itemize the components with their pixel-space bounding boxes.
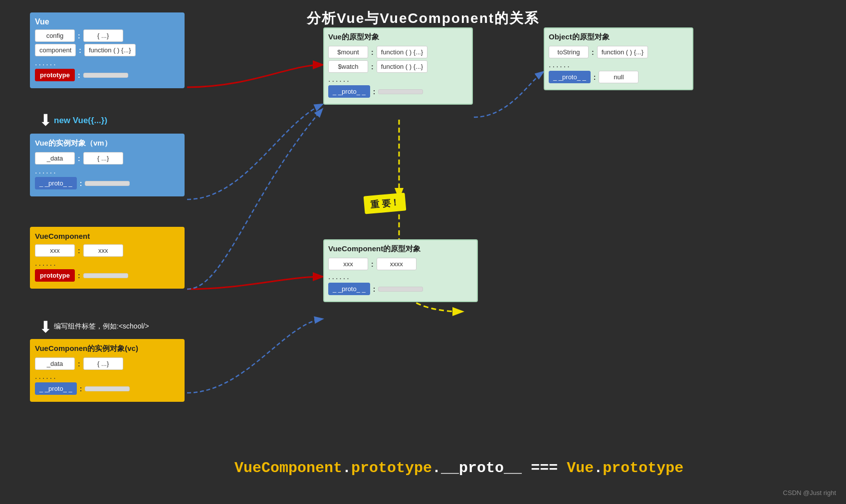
- mount-value: function ( ) {...}: [377, 46, 428, 58]
- vue-instance-box: Vue的实例对象（vm） _data : { ...} ...... _ _pr…: [30, 134, 185, 196]
- vue-config-value: { ...}: [83, 29, 123, 42]
- formula-vue: Vue: [567, 460, 594, 477]
- vc-instance-data-value: { ...}: [83, 357, 123, 370]
- new-vue-text: new Vue({...}): [54, 116, 107, 126]
- vcproto-xxx-key: xxx: [328, 258, 368, 270]
- important-label: 重 要！: [364, 192, 407, 214]
- vm-proto-value: [85, 181, 130, 186]
- component-write-text: 编写组件标签，例如:<school/>: [54, 322, 149, 331]
- vue-dots: ......: [35, 58, 180, 67]
- vuecomponent-title: VueComponent: [35, 232, 180, 240]
- object-proto-proto-value: null: [599, 71, 638, 83]
- vcproto-proto-row: _ _proto_ _ :: [328, 283, 473, 295]
- vue-config-key: config: [35, 29, 75, 42]
- vc-instance-proto-key: _ _proto_ _: [35, 382, 77, 395]
- vue-proto-dots: ......: [328, 75, 468, 84]
- vm-proto-key: _ _proto_ _: [35, 177, 77, 189]
- formula-dot1: .: [342, 460, 351, 477]
- vue-proto-proto-row: _ _proto_ _ :: [328, 85, 468, 98]
- mount-row: $mount : function ( ) {...}: [328, 46, 468, 58]
- vue-component-row: component : function ( ) {...}: [35, 44, 180, 56]
- vue-proto-box: Vue的原型对象 $mount : function ( ) {...} $wa…: [323, 27, 473, 105]
- vc-xxx-key: xxx: [35, 244, 75, 257]
- down-arrow-2: ⬇: [39, 318, 52, 336]
- object-proto-proto-key: _ _proto_ _: [549, 71, 591, 83]
- watch-key: $watch: [328, 60, 368, 73]
- vue-proto-proto-value: [378, 89, 423, 94]
- vm-data-row: _data : { ...}: [35, 152, 180, 165]
- vue-box-title: Vue: [35, 17, 180, 26]
- watch-row: $watch : function ( ) {...}: [328, 60, 468, 73]
- down-arrow-1: ⬇: [39, 111, 52, 130]
- formula-prototype2: prototype: [603, 460, 683, 477]
- formula: VueComponent.prototype.__proto__ === Vue…: [234, 460, 683, 477]
- vcproto-proto-key: _ _proto_ _: [328, 283, 370, 295]
- formula-proto: .__proto__: [432, 460, 522, 477]
- vm-proto-row: _ _proto_ _ :: [35, 177, 180, 189]
- vuecomponent-proto-title: VueComponent的原型对象: [328, 244, 473, 254]
- vuecomponent-box: VueComponent xxx : xxx ...... prototype …: [30, 227, 185, 289]
- formula-prototype: prototype: [351, 460, 432, 477]
- vc-instance-proto-value: [85, 386, 130, 391]
- formula-equals: ===: [522, 460, 567, 477]
- vue-prototype-row: prototype :: [35, 69, 180, 81]
- vue-config-row: config : { ...}: [35, 29, 180, 42]
- vc-instance-title: VueComponen的实例对象(vc): [35, 344, 180, 353]
- watermark: CSDN @️️️️️️Just right: [783, 489, 836, 497]
- vuecomponent-proto-box: VueComponent的原型对象 xxx : xxxx ...... _ _p…: [323, 239, 478, 302]
- formula-vuecomponent: VueComponent: [234, 460, 342, 477]
- vcproto-dots: ......: [328, 272, 473, 281]
- vcproto-xxx-value: xxxx: [377, 258, 417, 270]
- vc-xxx-row: xxx : xxx: [35, 244, 180, 257]
- watch-value: function ( ) {...}: [377, 60, 428, 73]
- vuecomponent-instance-box: VueComponen的实例对象(vc) _data : { ...} ....…: [30, 339, 185, 402]
- vc-prototype-row: prototype :: [35, 269, 180, 282]
- vc-instance-data-key: _data: [35, 357, 75, 370]
- vc-instance-dots: ......: [35, 372, 180, 381]
- vcproto-xxx-row: xxx : xxxx: [328, 258, 473, 270]
- vue-proto-title: Vue的原型对象: [328, 32, 468, 42]
- tostring-row: toString : function ( ) {...}: [549, 46, 688, 58]
- vue-prototype-key: prototype: [35, 69, 75, 81]
- vm-dots: ......: [35, 167, 180, 175]
- object-proto-title: Object的原型对象: [549, 32, 688, 42]
- vue-prototype-value: [83, 73, 128, 78]
- vc-prototype-key: prototype: [35, 269, 75, 282]
- vue-instance-title: Vue的实例对象（vm）: [35, 139, 180, 148]
- vc-prototype-value: [83, 273, 128, 278]
- vue-box: Vue config : { ...} component : function…: [30, 12, 185, 88]
- vc-dots: ......: [35, 259, 180, 268]
- tostring-value: function ( ) {...}: [597, 46, 648, 58]
- formula-dot2: .: [594, 460, 603, 477]
- vc-xxx-value: xxx: [83, 244, 123, 257]
- vue-component-key: component: [35, 44, 76, 56]
- tostring-key: toString: [549, 46, 589, 58]
- vue-proto-proto-key: _ _proto_ _: [328, 85, 370, 98]
- object-proto-box: Object的原型对象 toString : function ( ) {...…: [544, 27, 693, 90]
- vcproto-proto-value: [378, 287, 423, 292]
- mount-key: $mount: [328, 46, 368, 58]
- vm-data-value: { ...}: [83, 152, 123, 165]
- vue-component-value: function ( ) {...}: [84, 44, 136, 56]
- vc-instance-proto-row: _ _proto_ _ :: [35, 382, 180, 395]
- vm-data-key: _data: [35, 152, 75, 165]
- object-proto-dots: ......: [549, 60, 688, 69]
- vc-instance-data-row: _data : { ...}: [35, 357, 180, 370]
- object-proto-proto-row: _ _proto_ _ : null: [549, 71, 688, 83]
